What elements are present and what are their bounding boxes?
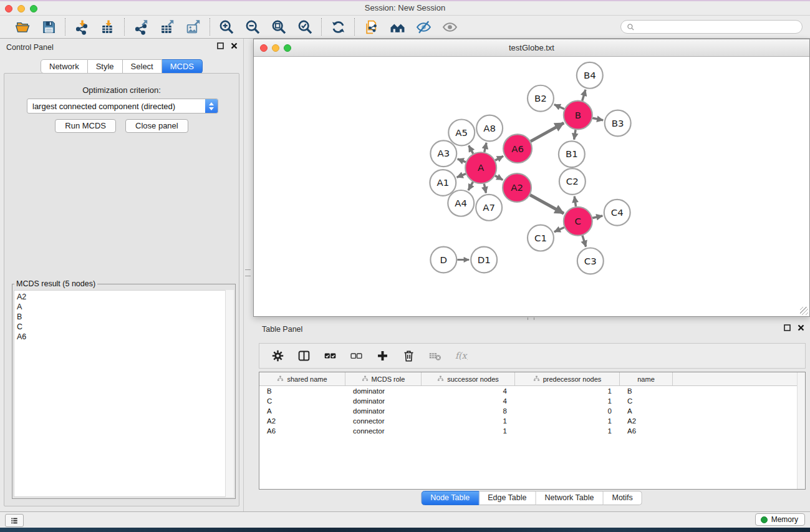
network-minimize-button[interactable]: [272, 44, 279, 52]
export-network-button[interactable]: [130, 17, 152, 36]
graph-node-A4[interactable]: A4: [448, 190, 474, 216]
graph-edge-A2-C[interactable]: [530, 195, 564, 214]
cell-shared-name[interactable]: A6: [259, 427, 345, 435]
close-panel-button[interactable]: Close panel: [125, 119, 188, 133]
graph-node-D1[interactable]: D1: [471, 247, 497, 273]
cell-predecessor-nodes[interactable]: 1: [515, 397, 620, 405]
graph-node-B2[interactable]: B2: [528, 85, 554, 112]
close-window-button[interactable]: [5, 5, 12, 12]
graph-edge-A6-B[interactable]: [531, 123, 564, 142]
graph-edge-C-C4[interactable]: [592, 216, 602, 218]
graph-edge-A-A2[interactable]: [495, 176, 503, 180]
mcds-result-item[interactable]: A6: [14, 332, 233, 342]
table-row[interactable]: A2connector11A2: [259, 416, 805, 426]
tab-style[interactable]: Style: [88, 59, 123, 74]
graph-node-C4[interactable]: C4: [604, 200, 630, 226]
column-header-predecessor-nodes[interactable]: predecessor nodes: [515, 372, 620, 385]
cell-MCDS-role[interactable]: dominator: [345, 407, 422, 415]
graph-edge-A-A8[interactable]: [485, 143, 486, 152]
run-mcds-button[interactable]: Run MCDS: [55, 119, 116, 133]
table-tab-node-table[interactable]: Node Table: [421, 491, 479, 505]
show-all-button[interactable]: [439, 17, 460, 36]
show-columns-button[interactable]: [297, 349, 311, 362]
memory-button[interactable]: Memory: [755, 513, 805, 526]
column-header-shared-name[interactable]: shared name: [259, 372, 345, 385]
export-table-button[interactable]: [157, 17, 178, 36]
cell-MCDS-role[interactable]: dominator: [345, 387, 422, 395]
delete-column-button[interactable]: [402, 349, 415, 362]
table-tab-motifs[interactable]: Motifs: [603, 491, 642, 505]
tab-select[interactable]: Select: [123, 59, 162, 74]
zoom-out-button[interactable]: [242, 17, 263, 36]
first-neighbors-button[interactable]: [387, 17, 408, 36]
open-session-button[interactable]: [12, 17, 33, 36]
cell-successor-nodes[interactable]: 1: [422, 427, 515, 435]
graph-node-D[interactable]: D: [430, 247, 456, 273]
mcds-result-scrollbar[interactable]: [225, 290, 234, 497]
cell-name[interactable]: A: [620, 407, 673, 415]
graph-node-A8[interactable]: A8: [476, 115, 503, 142]
import-table-button[interactable]: [97, 17, 118, 36]
vertical-splitter[interactable]: [244, 39, 253, 511]
graph-node-A5[interactable]: A5: [448, 120, 475, 146]
cell-predecessor-nodes[interactable]: 1: [515, 417, 620, 425]
cell-name[interactable]: C: [620, 397, 673, 405]
graph-node-A7[interactable]: A7: [476, 195, 502, 221]
graph-node-B3[interactable]: B3: [605, 110, 631, 137]
table-tab-network-table[interactable]: Network Table: [536, 491, 604, 505]
cell-predecessor-nodes[interactable]: 1: [515, 387, 620, 395]
deselect-all-button[interactable]: [350, 349, 363, 362]
optimization-criterion-select[interactable]: largest connected component (directed): [27, 99, 218, 114]
zoom-in-button[interactable]: [216, 17, 237, 36]
graph-node-C2[interactable]: C2: [559, 168, 586, 195]
graph-edge-A-A4[interactable]: [468, 182, 473, 190]
cell-shared-name[interactable]: B: [259, 387, 345, 395]
cell-shared-name[interactable]: C: [259, 397, 345, 405]
tab-mcds[interactable]: MCDS: [162, 59, 203, 74]
zoom-window-button[interactable]: [30, 5, 37, 12]
cell-shared-name[interactable]: A2: [259, 417, 345, 425]
search-input[interactable]: [638, 22, 796, 32]
table-row[interactable]: Adominator80A: [259, 406, 805, 416]
zoom-selected-button[interactable]: [294, 17, 316, 36]
mcds-result-item[interactable]: C: [14, 322, 233, 332]
graph-node-C1[interactable]: C1: [528, 225, 554, 251]
table-row[interactable]: Bdominator41B: [259, 386, 805, 396]
column-header-name[interactable]: name: [620, 372, 673, 385]
add-column-button[interactable]: [376, 349, 389, 362]
graph-edge-B-B4[interactable]: [582, 90, 586, 101]
save-session-button[interactable]: [38, 17, 59, 36]
cell-name[interactable]: B: [620, 387, 673, 395]
minimize-window-button[interactable]: [17, 5, 25, 12]
tab-network[interactable]: Network: [41, 59, 88, 74]
network-close-button[interactable]: [260, 44, 268, 52]
network-canvas[interactable]: AA6A2BCA1A3A4A5A7A8B1B2B3B4C1C2C3C4DD1: [254, 57, 809, 316]
graph-node-C3[interactable]: C3: [577, 248, 604, 274]
search-box[interactable]: [620, 20, 803, 34]
cell-successor-nodes[interactable]: 1: [422, 417, 515, 425]
cell-successor-nodes[interactable]: 4: [422, 397, 515, 405]
window-resize-grip[interactable]: [800, 307, 808, 315]
graph-node-A[interactable]: A: [465, 152, 496, 183]
cell-MCDS-role[interactable]: dominator: [345, 397, 422, 405]
network-zoom-button[interactable]: [284, 44, 291, 52]
cell-name[interactable]: A6: [620, 427, 673, 435]
table-tab-edge-table[interactable]: Edge Table: [479, 491, 536, 505]
cell-MCDS-role[interactable]: connector: [345, 427, 422, 435]
graph-node-A2[interactable]: A2: [503, 173, 531, 202]
column-header-MCDS-role[interactable]: MCDS role: [345, 372, 422, 385]
graph-node-C[interactable]: C: [564, 207, 592, 236]
hide-selected-button[interactable]: [413, 17, 434, 36]
select-all-button[interactable]: [324, 349, 337, 362]
task-history-button[interactable]: [5, 514, 24, 527]
network-graph[interactable]: AA6A2BCA1A3A4A5A7A8B1B2B3B4C1C2C3C4DD1: [254, 57, 809, 316]
graph-edge-C-C2[interactable]: [574, 196, 576, 206]
table-row[interactable]: A6connector11A6: [259, 426, 805, 436]
graph-node-A6[interactable]: A6: [503, 134, 532, 163]
graph-node-B[interactable]: B: [564, 101, 592, 130]
graph-edge-A-A6[interactable]: [495, 156, 503, 160]
graph-edge-C-C3[interactable]: [582, 236, 586, 247]
graph-node-B1[interactable]: B1: [559, 141, 585, 167]
cell-name[interactable]: A2: [620, 417, 673, 425]
table-settings-button[interactable]: [271, 349, 284, 362]
